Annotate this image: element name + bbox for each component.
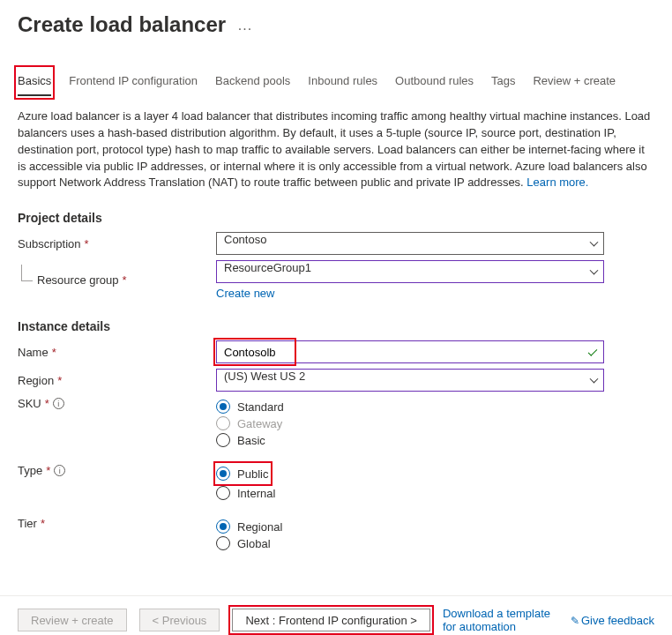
resource-group-label: Resource group*	[18, 273, 216, 287]
tier-regional-radio[interactable]: Regional	[216, 519, 604, 534]
next-button[interactable]: Next : Frontend IP configuration >	[232, 609, 430, 631]
tier-global-radio[interactable]: Global	[216, 536, 604, 550]
radio-icon	[216, 416, 230, 430]
more-icon[interactable]: ···	[238, 21, 252, 37]
tab-outbound-rules[interactable]: Outbound rules	[395, 69, 474, 96]
tabs: Basics Frontend IP configuration Backend…	[18, 69, 654, 96]
name-input[interactable]	[216, 340, 604, 363]
info-icon[interactable]: i	[54, 465, 65, 476]
radio-icon	[216, 433, 230, 447]
review-create-button[interactable]: Review + create	[18, 609, 127, 631]
page-title: Create load balancer	[18, 12, 226, 37]
radio-checked-icon	[216, 400, 230, 414]
tab-frontend-ip[interactable]: Frontend IP configuration	[69, 69, 198, 96]
type-label: Type* i	[18, 464, 216, 477]
footer: Review + create < Previous Next : Fronte…	[0, 595, 672, 635]
sku-gateway-radio[interactable]: Gateway	[216, 416, 604, 430]
region-label: Region*	[18, 374, 216, 387]
project-details-heading: Project details	[18, 211, 654, 225]
description-text: Azure load balancer is a layer 4 load ba…	[18, 108, 654, 191]
region-select[interactable]: (US) West US 2	[216, 369, 604, 392]
tab-backend-pools[interactable]: Backend pools	[215, 69, 290, 96]
resource-group-select[interactable]: ResourceGroup1	[216, 260, 604, 283]
sku-standard-radio[interactable]: Standard	[216, 400, 604, 414]
instance-details-heading: Instance details	[18, 319, 654, 333]
sku-basic-radio[interactable]: Basic	[216, 433, 604, 447]
subscription-select[interactable]: Contoso	[216, 232, 604, 255]
feedback-icon: ✎	[571, 615, 579, 627]
type-public-radio[interactable]: Public	[216, 467, 268, 481]
subscription-label: Subscription*	[18, 237, 216, 250]
radio-icon	[216, 536, 230, 550]
radio-icon	[216, 486, 230, 500]
tab-basics[interactable]: Basics	[18, 69, 51, 96]
tier-label: Tier*	[18, 517, 216, 530]
sku-label: SKU* i	[18, 397, 216, 410]
tab-inbound-rules[interactable]: Inbound rules	[308, 69, 377, 96]
download-template-link[interactable]: Download a template for automation	[443, 607, 558, 633]
name-label: Name*	[18, 346, 216, 359]
info-icon[interactable]: i	[53, 398, 64, 409]
learn-more-link[interactable]: Learn more.	[526, 176, 588, 189]
tab-tags[interactable]: Tags	[491, 69, 515, 96]
radio-checked-icon	[216, 467, 230, 481]
give-feedback-link[interactable]: ✎Give feedback	[571, 614, 654, 627]
tab-review-create[interactable]: Review + create	[533, 69, 616, 96]
previous-button[interactable]: < Previous	[139, 609, 220, 631]
radio-checked-icon	[216, 519, 230, 534]
type-internal-radio[interactable]: Internal	[216, 486, 604, 500]
create-new-link[interactable]: Create new	[216, 287, 274, 300]
